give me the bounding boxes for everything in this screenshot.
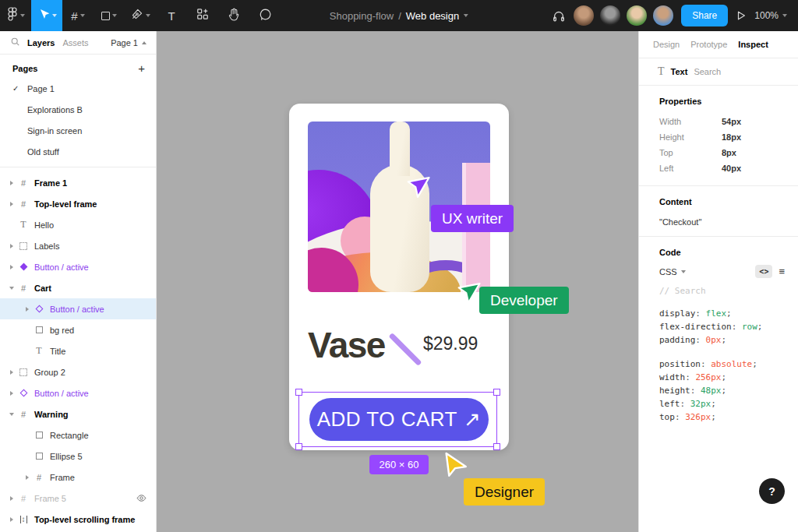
canvas[interactable]: Vase $29.99 ADD TO CART ↗ 260 × 60 UX [157, 31, 638, 532]
page-item[interactable]: Old stuff [0, 141, 156, 162]
expand-caret-icon[interactable] [10, 370, 13, 375]
layer-row[interactable]: #Warning [0, 403, 156, 425]
layer-row[interactable]: bg red [0, 319, 156, 340]
text-tool-button[interactable]: T [156, 0, 187, 31]
properties-section: Properties Width54pxHeight18pxTop8pxLeft… [639, 86, 798, 186]
layer-row[interactable]: Button / active [0, 256, 156, 277]
instance-icon [33, 306, 45, 312]
layer-name: Group 2 [34, 368, 65, 377]
layer-row[interactable]: Rectangle [0, 425, 156, 446]
selection-handle-bottom-right[interactable] [493, 443, 500, 450]
layer-row[interactable]: THello [0, 214, 156, 235]
comment-tool-button[interactable] [249, 0, 281, 31]
code-line: left: 32px; [659, 397, 786, 410]
visibility-eye-icon[interactable] [136, 493, 147, 503]
selection-handle-bottom-left[interactable] [295, 443, 302, 450]
code-section: Code CSS <> ≡ // Search display: flex;fl… [639, 237, 798, 433]
search-icon[interactable] [11, 37, 19, 48]
product-price: $29.99 [423, 333, 478, 354]
selection-box[interactable] [298, 392, 497, 447]
expand-caret-icon[interactable] [26, 307, 29, 312]
avatar-1[interactable] [574, 5, 594, 26]
pen-tool-button[interactable] [125, 0, 156, 31]
chevron-down-icon [464, 14, 468, 17]
file-title[interactable]: Shopping-flow / Web design [330, 0, 468, 31]
page-item[interactable]: Sign-in screen [0, 120, 156, 141]
selection-handle-top-left[interactable] [295, 389, 302, 396]
code-view-toggle[interactable]: <> [755, 265, 772, 278]
layer-row[interactable]: #Top-level frame [0, 193, 156, 214]
pen-icon [131, 8, 143, 23]
css-value: 326px [685, 412, 711, 422]
code-line: top: 326px; [659, 410, 786, 424]
css-property: top [659, 412, 675, 422]
tab-design[interactable]: Design [653, 40, 680, 49]
expand-caret-icon[interactable] [10, 517, 13, 522]
hand-tool-button[interactable] [218, 0, 249, 31]
component-icon [17, 264, 30, 270]
expand-caret-icon[interactable] [10, 181, 13, 185]
add-page-button[interactable]: + [138, 65, 145, 72]
tab-prototype[interactable]: Prototype [690, 40, 727, 49]
shape-tool-button[interactable] [94, 0, 125, 31]
present-play-button[interactable] [736, 10, 747, 21]
layer-row[interactable]: #Frame 5 [0, 488, 156, 509]
code-search-input[interactable]: // Search [659, 286, 786, 296]
property-value: 40px [722, 164, 741, 173]
designer-label: Designer [464, 478, 545, 506]
layer-row[interactable]: Labels [0, 235, 156, 256]
property-row: Top8px [659, 145, 786, 160]
expand-caret-icon[interactable] [10, 391, 13, 396]
tab-assets[interactable]: Assets [62, 38, 88, 48]
page-item-label: Explorations B [27, 105, 83, 115]
code-line: height: 48px; [659, 384, 786, 397]
page-item[interactable]: Explorations B [0, 99, 156, 120]
page-item[interactable]: ✓Page 1 [0, 78, 156, 99]
code-language-select[interactable]: CSS [659, 267, 686, 277]
expand-caret-icon[interactable] [10, 496, 13, 501]
expand-caret-icon[interactable] [9, 413, 14, 416]
layer-row[interactable]: #Frame [0, 467, 156, 488]
page-selector[interactable]: Page 1 [111, 38, 147, 48]
layer-name: bg red [50, 326, 74, 335]
layer-row[interactable]: ↕Top-level scrolling frame [0, 509, 156, 530]
move-tool-button[interactable] [31, 0, 62, 31]
main-menu-button[interactable] [0, 0, 31, 31]
layer-row[interactable]: Ellipse 5 [0, 446, 156, 467]
layer-row[interactable]: TTitle [0, 340, 156, 361]
code-line: display: flex; [659, 307, 786, 320]
avatar-4[interactable] [653, 5, 673, 26]
code-list-toggle[interactable]: ≡ [779, 266, 786, 277]
layer-row[interactable]: Button / active [0, 382, 156, 403]
property-row: Width54px [659, 114, 786, 129]
css-property: padding [659, 335, 695, 345]
expand-caret-icon[interactable] [10, 265, 13, 270]
layer-row[interactable]: #Frame 1 [0, 172, 156, 193]
frame-tool-button[interactable]: # [62, 0, 94, 31]
expand-caret-icon[interactable] [10, 244, 13, 248]
layer-name: Button / active [50, 305, 104, 314]
expand-caret-icon[interactable] [9, 287, 14, 290]
share-button[interactable]: Share [681, 5, 728, 26]
expand-caret-icon[interactable] [26, 475, 29, 480]
chevron-down-icon [782, 14, 787, 17]
tab-layers[interactable]: Layers [27, 38, 55, 48]
selected-object-name: Search [694, 67, 721, 76]
property-row: Left40px [659, 160, 786, 176]
layer-row[interactable]: Button / active [0, 298, 156, 319]
tab-inspect[interactable]: Inspect [738, 40, 768, 49]
text-icon: T [17, 219, 30, 231]
selection-handle-top-right[interactable] [493, 389, 500, 396]
zoom-level-control[interactable]: 100% [754, 10, 787, 21]
expand-caret-icon[interactable] [10, 202, 13, 206]
avatar-3[interactable] [627, 5, 647, 26]
layer-name: Hello [34, 220, 54, 230]
layer-name: Top-level scrolling frame [34, 515, 135, 524]
avatar-2[interactable] [600, 5, 620, 26]
resources-tool-button[interactable] [187, 0, 218, 31]
audio-headphones-button[interactable] [552, 9, 566, 23]
layer-row[interactable]: Group 2 [0, 361, 156, 382]
help-button[interactable]: ? [759, 478, 785, 504]
instance-icon [17, 390, 30, 396]
layer-row[interactable]: #Cart [0, 277, 156, 298]
